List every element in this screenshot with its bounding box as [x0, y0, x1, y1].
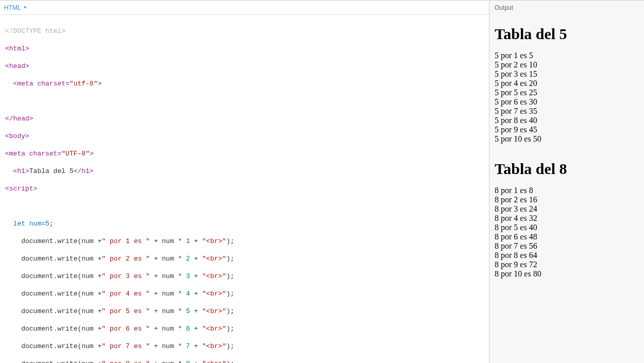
output-row: 5 por 5 es 25: [495, 88, 639, 97]
output-title-8: Tabla del 8: [495, 160, 639, 178]
output-row: 5 por 3 es 15: [495, 70, 639, 79]
output-row: 5 por 10 es 50: [495, 134, 639, 144]
output-body: Tabla del 5 5 por 1 es 5 5 por 2 es 10 5…: [489, 15, 644, 363]
output-title-5: Tabla del 5: [495, 25, 639, 43]
tab-dropdown-icon[interactable]: ▼: [23, 5, 27, 10]
output-row: 8 por 4 es 32: [495, 214, 639, 223]
output-row: 8 por 9 es 72: [495, 260, 639, 269]
output-row: 5 por 2 es 10: [495, 60, 639, 70]
output-row: 5 por 1 es 5: [495, 51, 639, 60]
editor-tab-bar: HTML ▼: [0, 1, 489, 15]
output-row: 8 por 10 es 80: [495, 269, 639, 279]
output-row: 5 por 8 es 40: [495, 116, 639, 125]
output-row: 5 por 7 es 35: [495, 107, 639, 116]
output-row: 8 por 7 es 56: [495, 241, 639, 251]
output-row: 5 por 9 es 45: [495, 125, 639, 134]
code-editor[interactable]: <!DOCTYPE html> <html> <head> <meta char…: [0, 15, 489, 363]
output-row: 8 por 8 es 64: [495, 251, 639, 260]
output-row: 8 por 1 es 8: [495, 186, 639, 195]
output-row: 8 por 5 es 40: [495, 223, 639, 232]
output-pane: Output Tabla del 5 5 por 1 es 5 5 por 2 …: [489, 1, 644, 363]
output-row: 8 por 6 es 48: [495, 232, 639, 241]
html-tab[interactable]: HTML ▼: [4, 4, 27, 11]
output-row: 5 por 6 es 30: [495, 97, 639, 107]
html-tab-label: HTML: [4, 4, 21, 11]
output-row: 5 por 4 es 20: [495, 79, 639, 88]
editor-pane: HTML ▼ <!DOCTYPE html> <html> <head> <me…: [0, 1, 489, 363]
output-row: 8 por 3 es 24: [495, 204, 639, 214]
output-header: Output: [489, 1, 644, 15]
output-label: Output: [495, 4, 513, 11]
output-row: 8 por 2 es 16: [495, 195, 639, 204]
